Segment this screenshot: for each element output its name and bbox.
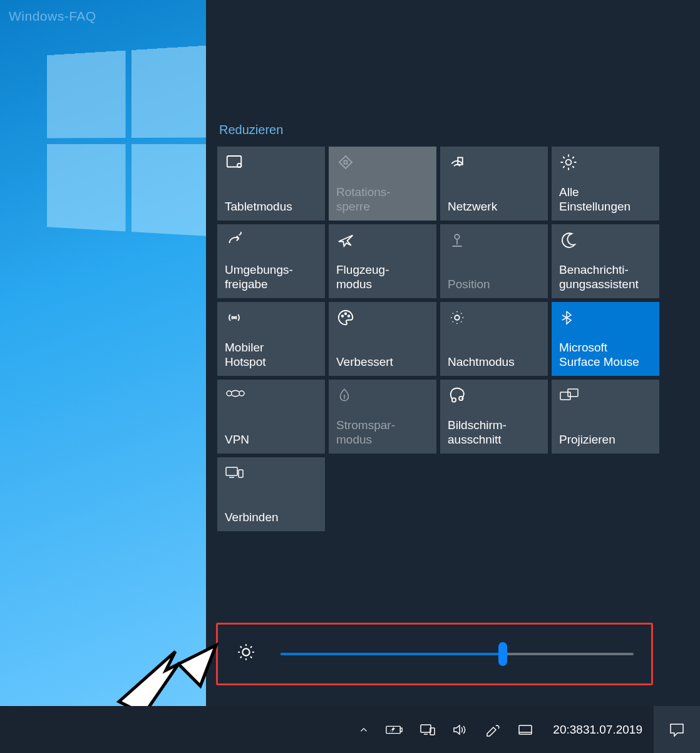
tile-screen-snip[interactable]: Bildschirm- ausschnitt xyxy=(440,380,548,454)
svg-point-1 xyxy=(237,164,241,167)
tile-night-light[interactable]: Nachtmodus xyxy=(440,302,548,376)
action-center-panel: Reduzieren Tabletmodus Rotations- sperre… xyxy=(206,0,700,706)
network-icon xyxy=(448,153,540,179)
svg-point-13 xyxy=(452,398,456,402)
pen-icon[interactable] xyxy=(476,706,509,753)
tile-label: Flugzeug- modus xyxy=(336,263,429,292)
collapse-link[interactable]: Reduzieren xyxy=(219,123,283,137)
svg-rect-17 xyxy=(226,467,237,475)
tile-label: VPN xyxy=(225,433,317,447)
task-view-icon[interactable] xyxy=(509,706,542,753)
taskbar-time: 20:38 xyxy=(553,722,583,737)
svg-rect-0 xyxy=(227,156,242,167)
location-icon xyxy=(448,231,540,257)
gear-icon xyxy=(559,153,652,179)
svg-point-5 xyxy=(455,234,460,239)
brightness-slider[interactable] xyxy=(281,653,634,655)
snip-icon xyxy=(448,386,540,412)
volume-icon[interactable] xyxy=(444,706,476,753)
taskbar-date: 31.07.2019 xyxy=(583,722,642,737)
svg-rect-16 xyxy=(568,389,578,397)
tile-bluetooth[interactable]: Microsoft Surface Mouse xyxy=(552,302,659,376)
tile-battery-saver[interactable]: Stromspar- modus xyxy=(329,380,436,454)
tile-label: Stromspar- modus xyxy=(336,418,429,447)
tile-label: Tabletmodus xyxy=(225,200,317,214)
tile-label: Mobiler Hotspot xyxy=(225,341,317,370)
taskbar: 20:38 31.07.2019 xyxy=(0,706,700,753)
tile-mobile-hotspot[interactable]: Mobiler Hotspot xyxy=(217,302,325,376)
tile-airplane-mode[interactable]: Flugzeug- modus xyxy=(329,224,436,298)
share-icon xyxy=(225,231,317,257)
desktop-background: Windows-FAQ xyxy=(0,0,206,706)
svg-rect-15 xyxy=(560,392,570,400)
project-icon xyxy=(559,386,652,412)
quick-action-tiles: Tabletmodus Rotations- sperre Netzwerk A… xyxy=(217,147,662,531)
eco-icon xyxy=(336,386,429,412)
tile-rotation-lock[interactable]: Rotations- sperre xyxy=(329,147,436,221)
svg-point-4 xyxy=(566,160,572,165)
slider-thumb[interactable] xyxy=(498,642,507,666)
battery-icon[interactable] xyxy=(378,706,411,753)
tile-enhanced[interactable]: Verbessert xyxy=(329,302,436,376)
brightness-slider-section xyxy=(216,623,653,685)
tile-label: Microsoft Surface Mouse xyxy=(559,341,652,370)
tile-focus-assist[interactable]: Benachrichti- gungsassistent xyxy=(552,224,659,298)
moon-icon xyxy=(559,231,652,257)
svg-point-6 xyxy=(234,317,235,319)
svg-rect-2 xyxy=(344,161,347,164)
connect-icon xyxy=(225,464,317,490)
tile-all-settings[interactable]: Alle Einstellungen xyxy=(552,147,659,221)
tablet-icon xyxy=(225,153,317,179)
svg-point-11 xyxy=(227,391,232,396)
tile-label: Bildschirm- ausschnitt xyxy=(448,418,540,447)
tile-connect[interactable]: Verbinden xyxy=(217,457,325,531)
svg-point-12 xyxy=(239,391,244,396)
tile-label: Rotations- sperre xyxy=(336,185,429,214)
tile-label: Umgebungs- freigabe xyxy=(225,263,317,292)
palette-icon xyxy=(336,308,429,335)
svg-rect-18 xyxy=(239,470,243,477)
sun-dim-icon xyxy=(448,308,540,335)
watermark-text: Windows-FAQ xyxy=(9,9,96,24)
hotspot-icon xyxy=(225,308,317,335)
tile-label: Position xyxy=(448,278,540,292)
svg-point-7 xyxy=(342,315,344,317)
bluetooth-icon xyxy=(559,308,652,335)
tile-label: Verbessert xyxy=(336,355,429,370)
tile-label: Nachtmodus xyxy=(448,355,540,370)
tile-label: Alle Einstellungen xyxy=(559,185,652,214)
tile-nearby-sharing[interactable]: Umgebungs- freigabe xyxy=(217,224,325,298)
tile-project[interactable]: Projizieren xyxy=(552,380,659,454)
tray-chevron-up[interactable] xyxy=(350,706,378,753)
tile-label: Netzwerk xyxy=(448,200,540,214)
svg-point-9 xyxy=(348,315,350,317)
brightness-icon xyxy=(235,641,265,667)
tile-location[interactable]: Position xyxy=(440,224,548,298)
windows-logo xyxy=(47,44,206,244)
svg-point-8 xyxy=(345,313,347,315)
network-tray-icon[interactable] xyxy=(411,706,444,753)
svg-rect-21 xyxy=(401,728,403,732)
tile-label: Benachrichti- gungsassistent xyxy=(559,263,652,292)
svg-rect-22 xyxy=(421,725,431,732)
tile-vpn[interactable]: VPN xyxy=(217,380,325,454)
slider-fill xyxy=(281,653,503,655)
tile-network[interactable]: Netzwerk xyxy=(440,147,548,221)
svg-rect-24 xyxy=(519,725,532,734)
svg-point-10 xyxy=(455,315,460,320)
tile-label: Verbinden xyxy=(225,511,317,525)
vpn-icon xyxy=(225,386,317,412)
tile-tabletmode[interactable]: Tabletmodus xyxy=(217,147,325,221)
airplane-icon xyxy=(336,231,429,257)
svg-point-19 xyxy=(242,648,249,655)
tile-label: Projizieren xyxy=(559,433,652,447)
rotation-lock-icon xyxy=(336,153,429,179)
notification-center-button[interactable] xyxy=(654,706,700,753)
svg-point-14 xyxy=(459,397,463,400)
system-tray: 20:38 31.07.2019 xyxy=(350,706,700,753)
taskbar-clock[interactable]: 20:38 31.07.2019 xyxy=(542,706,654,753)
